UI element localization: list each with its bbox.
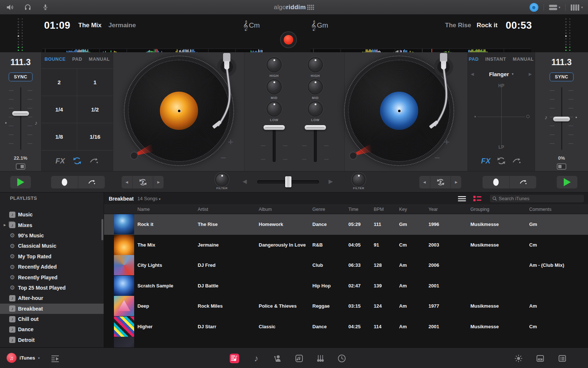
- search-input[interactable]: [499, 196, 581, 201]
- albums-tab-icon[interactable]: [294, 354, 304, 363]
- beat-jump-icon[interactable]: [512, 156, 521, 166]
- eq-knob-low[interactable]: LOW: [309, 102, 322, 122]
- loop-pad-2[interactable]: 2: [42, 69, 77, 96]
- loop-icon[interactable]: [72, 156, 82, 166]
- track-row-city-lights[interactable]: City LightsDJ FredClub06:33128Am2006Am -…: [104, 255, 588, 276]
- deck-b-jump-button[interactable]: [509, 176, 537, 189]
- column-header-key[interactable]: Key: [396, 207, 426, 212]
- sidebar-item-recently-added[interactable]: ▶⚙Recently Added: [0, 262, 104, 272]
- deck-b-tab-pad[interactable]: PAD: [469, 57, 479, 62]
- list-view-button[interactable]: [458, 196, 466, 201]
- eq-knob-low[interactable]: LOW: [268, 102, 281, 122]
- loop-pad-1-8[interactable]: 1/8: [42, 123, 77, 151]
- knob-dial[interactable]: [268, 80, 281, 93]
- track-row-scratch-sample[interactable]: Scratch SampleDJ BattleHip Hop02:47139Am…: [104, 276, 588, 296]
- deck-b-tonearm[interactable]: [421, 52, 465, 141]
- deck-a-pitch-slider[interactable]: ♪: [9, 87, 32, 150]
- beat-jump-icon[interactable]: [89, 156, 99, 166]
- deck-a-play-button[interactable]: [10, 176, 31, 189]
- deck-a-sync-button[interactable]: SYNC: [9, 72, 33, 81]
- column-header-album[interactable]: Album: [256, 207, 309, 212]
- horizontal-layout-menu[interactable]: ▾: [549, 4, 560, 10]
- sidebar-item-dance[interactable]: ▶♪Dance: [0, 324, 104, 335]
- track-row[interactable]: [104, 337, 588, 347]
- playlists-tab-icon[interactable]: [230, 354, 239, 363]
- loop-toggle-button[interactable]: 2: [430, 176, 451, 189]
- record-session-icon[interactable]: [530, 3, 538, 12]
- artists-tab-icon[interactable]: [273, 354, 282, 363]
- eq-knob-high[interactable]: HIGH: [309, 58, 322, 78]
- sidebar-item-90-s-music[interactable]: ▶⚙90's Music: [0, 230, 104, 241]
- fader-handle[interactable]: [305, 125, 326, 130]
- track-row-the-mix[interactable]: The MixJermaineDangerously In LoveR&B04:…: [104, 235, 588, 255]
- pitch-slider-handle[interactable]: [12, 111, 29, 116]
- deck-b-cue-button[interactable]: [482, 176, 509, 189]
- column-header-comments[interactable]: Comments: [526, 207, 588, 212]
- plus-zoom-icon[interactable]: +: [228, 136, 233, 148]
- deck-a-tab-manual[interactable]: MANUAL: [89, 57, 110, 62]
- loop-double-button[interactable]: ▶: [153, 176, 164, 189]
- songs-tab-icon[interactable]: ♪: [251, 354, 261, 363]
- deck-b-fx-toggle[interactable]: FX: [481, 157, 491, 165]
- knob-dial[interactable]: [268, 102, 281, 116]
- knob-dial[interactable]: [268, 58, 281, 71]
- sidebar-item-chill-out[interactable]: ▶♪Chill out: [0, 314, 104, 324]
- decks-view-icon[interactable]: [535, 354, 545, 363]
- speaker-icon[interactable]: [5, 3, 15, 12]
- deck-a-cue-button[interactable]: [51, 176, 78, 189]
- loop-halve-button[interactable]: ◀: [419, 176, 430, 189]
- column-header-bpm[interactable]: BPM: [371, 207, 396, 212]
- crossfader-handle[interactable]: [285, 176, 291, 187]
- library-view-icon[interactable]: [557, 354, 567, 363]
- column-header-year[interactable]: Year: [426, 207, 467, 212]
- track-row-deep[interactable]: DeepRock MilesPolice & ThievesReggae03:1…: [104, 296, 588, 316]
- sidebar-item-after-hour[interactable]: ▶♪After-hour: [0, 293, 104, 303]
- sidebar-item-music[interactable]: ▶♪Music: [0, 209, 104, 220]
- column-header-time[interactable]: Time: [345, 207, 371, 212]
- sidebar-item-recently-played[interactable]: ▶⚙Recently Played: [0, 272, 104, 282]
- column-header-grouping[interactable]: Grouping: [467, 207, 526, 212]
- genres-tab-icon[interactable]: [316, 354, 325, 363]
- volume-fader[interactable]: [262, 125, 286, 162]
- loop-double-button[interactable]: ▶: [451, 176, 462, 189]
- song-count[interactable]: 14 Songs ▾: [137, 196, 161, 201]
- brightness-icon[interactable]: [514, 354, 523, 363]
- album-view-button[interactable]: [473, 196, 481, 201]
- column-header-genre[interactable]: Genre: [309, 207, 345, 212]
- loop-pad-1-4[interactable]: 1/4: [42, 96, 77, 123]
- sidebar-item-top-25-most-played[interactable]: ▶⚙Top 25 Most Played: [0, 283, 104, 293]
- fader-handle[interactable]: [263, 125, 285, 130]
- loop-pad-1-16[interactable]: 1/16: [77, 123, 113, 151]
- sidebar-item-mixes[interactable]: ▶♪Mixes: [0, 220, 104, 230]
- deck-a-tonearm[interactable]: [204, 52, 248, 141]
- microphone-icon[interactable]: [40, 3, 50, 12]
- track-row-rock-it[interactable]: Rock itThe RiseHomeworkDance05:29111Gm19…: [104, 214, 588, 235]
- column-header-artist[interactable]: Artist: [195, 207, 256, 212]
- column-header-name[interactable]: Name: [135, 207, 195, 212]
- deck-a-jump-button[interactable]: [78, 176, 105, 189]
- crossfader[interactable]: [257, 180, 319, 184]
- sidebar-item-classical-music[interactable]: ▶⚙Classical Music: [0, 241, 104, 251]
- sidebar-item-breakbeat[interactable]: ▶♪Breakbeat: [0, 304, 104, 314]
- disclosure-triangle-icon[interactable]: ▶: [3, 223, 7, 227]
- deck-b-filter-knob[interactable]: FILTER: [353, 174, 365, 190]
- deck-b-display-toggle-icon[interactable]: [557, 163, 566, 170]
- sidebar-item-my-top-rated[interactable]: ▶⚙My Top Rated: [0, 251, 104, 262]
- deck-b-play-button[interactable]: [556, 176, 578, 189]
- headphones-icon[interactable]: [23, 3, 32, 12]
- loop-halve-button[interactable]: ◀: [121, 176, 132, 189]
- record-button[interactable]: [280, 31, 297, 48]
- sidebar-scrollbar[interactable]: [101, 219, 103, 240]
- library-source-selector[interactable]: ♫ iTunes ▾: [7, 353, 40, 363]
- deck-a-tab-pad[interactable]: PAD: [72, 57, 82, 62]
- minus-zoom-icon[interactable]: −: [220, 152, 226, 164]
- deck-a-tab-bounce[interactable]: BOUNCE: [44, 57, 65, 62]
- deck-a-filter-knob[interactable]: FILTER: [216, 174, 228, 190]
- plus-zoom-icon[interactable]: +: [444, 136, 449, 148]
- previous-effect-icon[interactable]: ◀: [471, 68, 474, 79]
- volume-fader[interactable]: [304, 125, 327, 162]
- deck-b-pitch-slider[interactable]: ♪: [550, 87, 573, 150]
- deck-b-tab-manual[interactable]: MANUAL: [513, 57, 534, 62]
- loop-icon[interactable]: [496, 156, 506, 166]
- eq-knob-high[interactable]: HIGH: [268, 58, 281, 78]
